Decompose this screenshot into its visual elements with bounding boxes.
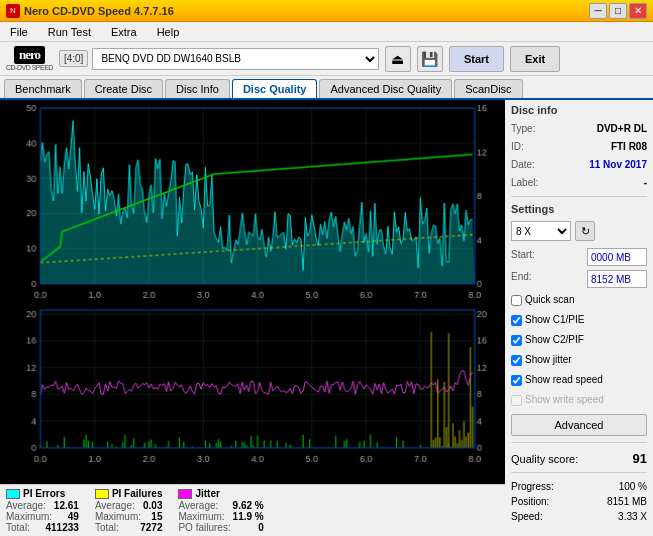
save-button[interactable]: 💾 (417, 46, 443, 72)
pi-errors-color-box (6, 489, 20, 499)
show-c1pie-label: Show C1/PIE (525, 312, 584, 328)
progress-row: Progress: 100 % (511, 479, 647, 494)
quick-scan-label: Quick scan (525, 292, 574, 308)
chart-bottom (0, 306, 505, 470)
pi-failures-max: Maximum: 15 (95, 511, 163, 522)
quick-scan-row: Quick scan (511, 292, 647, 308)
refresh-button[interactable]: ↻ (575, 221, 595, 241)
drive-index-label: [4:0] (59, 50, 88, 67)
divider2 (511, 442, 647, 443)
speed-settings-row: 8 X ↻ (511, 221, 647, 241)
disc-info-title: Disc info (511, 104, 647, 116)
tab-disc-quality[interactable]: Disc Quality (232, 79, 318, 98)
disc-label-row: Label: - (511, 176, 647, 190)
disc-date-row: Date: 11 Nov 2017 (511, 158, 647, 172)
legend-area: PI Errors Average: 12.61 Maximum: 49 Tot… (0, 484, 505, 536)
tab-create-disc[interactable]: Create Disc (84, 79, 163, 98)
start-button[interactable]: Start (449, 46, 504, 72)
pi-errors-title: PI Errors (23, 488, 65, 499)
speed-select[interactable]: 8 X (511, 221, 571, 241)
menu-file[interactable]: File (4, 24, 34, 40)
show-jitter-label: Show jitter (525, 352, 572, 368)
eject-button[interactable]: ⏏ (385, 46, 411, 72)
advanced-button[interactable]: Advanced (511, 414, 647, 436)
start-mb-input[interactable] (587, 248, 647, 266)
jitter-po: PO failures: 0 (178, 522, 263, 533)
jitter-avg: Average: 9.62 % (178, 500, 263, 511)
quick-scan-checkbox[interactable] (511, 295, 522, 306)
tab-scandisc[interactable]: ScanDisc (454, 79, 522, 98)
tab-bar: Benchmark Create Disc Disc Info Disc Qua… (0, 76, 653, 100)
pi-failures-color-box (95, 489, 109, 499)
show-read-speed-row: Show read speed (511, 372, 647, 388)
show-c2pif-label: Show C2/PIF (525, 332, 584, 348)
menu-help[interactable]: Help (151, 24, 186, 40)
pi-failures-avg: Average: 0.03 (95, 500, 163, 511)
jitter-color-box (178, 489, 192, 499)
progress-section: Progress: 100 % Position: 8151 MB Speed:… (511, 479, 647, 524)
legend-pi-errors: PI Errors Average: 12.61 Maximum: 49 Tot… (6, 488, 79, 533)
tab-disc-info[interactable]: Disc Info (165, 79, 230, 98)
show-jitter-row: Show jitter (511, 352, 647, 368)
show-c1pie-row: Show C1/PIE (511, 312, 647, 328)
show-jitter-checkbox[interactable] (511, 355, 522, 366)
exit-button[interactable]: Exit (510, 46, 560, 72)
show-write-speed-label: Show write speed (525, 392, 604, 408)
show-read-speed-checkbox[interactable] (511, 375, 522, 386)
window-controls: ─ □ ✕ (589, 3, 647, 19)
title-bar-left: N Nero CD-DVD Speed 4.7.7.16 (6, 4, 174, 18)
pi-errors-max: Maximum: 49 (6, 511, 79, 522)
show-write-speed-row: Show write speed (511, 392, 647, 408)
main-content: PI Errors Average: 12.61 Maximum: 49 Tot… (0, 100, 653, 536)
drive-dropdown[interactable]: BENQ DVD DD DW1640 BSLB (92, 48, 379, 70)
tab-advanced-disc-quality[interactable]: Advanced Disc Quality (319, 79, 452, 98)
pi-errors-total: Total: 411233 (6, 522, 79, 533)
show-write-speed-checkbox (511, 395, 522, 406)
app-title: Nero CD-DVD Speed 4.7.7.16 (24, 5, 174, 17)
close-button[interactable]: ✕ (629, 3, 647, 19)
speed-row: Speed: 3.33 X (511, 509, 647, 524)
end-mb-row: End: (511, 270, 647, 288)
divider3 (511, 472, 647, 473)
end-mb-input[interactable] (587, 270, 647, 288)
pi-failures-title: PI Failures (112, 488, 163, 499)
settings-title: Settings (511, 203, 647, 215)
side-panel: Disc info Type: DVD+R DL ID: FTI R08 Dat… (505, 100, 653, 536)
menu-run-test[interactable]: Run Test (42, 24, 97, 40)
drive-selector: [4:0] BENQ DVD DD DW1640 BSLB (59, 48, 379, 70)
quality-score-label: Quality score: (511, 453, 578, 465)
pi-failures-total: Total: 7272 (95, 522, 163, 533)
disc-id-row: ID: FTI R08 (511, 140, 647, 154)
nero-logo: nero CD-DVD SPEED (6, 46, 53, 71)
start-mb-row: Start: (511, 248, 647, 266)
quality-score-value: 91 (633, 451, 647, 466)
show-c2pif-checkbox[interactable] (511, 335, 522, 346)
toolbar: nero CD-DVD SPEED [4:0] BENQ DVD DD DW16… (0, 42, 653, 76)
divider1 (511, 196, 647, 197)
show-c2pif-row: Show C2/PIF (511, 332, 647, 348)
chart-top (0, 100, 505, 306)
legend-jitter: Jitter Average: 9.62 % Maximum: 11.9 % P… (178, 488, 263, 533)
title-bar: N Nero CD-DVD Speed 4.7.7.16 ─ □ ✕ (0, 0, 653, 22)
jitter-max: Maximum: 11.9 % (178, 511, 263, 522)
charts-inner (0, 100, 505, 484)
show-c1pie-checkbox[interactable] (511, 315, 522, 326)
show-read-speed-label: Show read speed (525, 372, 603, 388)
maximize-button[interactable]: □ (609, 3, 627, 19)
app-icon: N (6, 4, 20, 18)
disc-type-row: Type: DVD+R DL (511, 122, 647, 136)
legend-pi-failures: PI Failures Average: 0.03 Maximum: 15 To… (95, 488, 163, 533)
pi-errors-avg: Average: 12.61 (6, 500, 79, 511)
position-row: Position: 8151 MB (511, 494, 647, 509)
jitter-title: Jitter (195, 488, 219, 499)
quality-score-row: Quality score: 91 (511, 451, 647, 466)
menu-extra[interactable]: Extra (105, 24, 143, 40)
menu-bar: File Run Test Extra Help (0, 22, 653, 42)
charts-and-legend: PI Errors Average: 12.61 Maximum: 49 Tot… (0, 100, 505, 536)
minimize-button[interactable]: ─ (589, 3, 607, 19)
tab-benchmark[interactable]: Benchmark (4, 79, 82, 98)
